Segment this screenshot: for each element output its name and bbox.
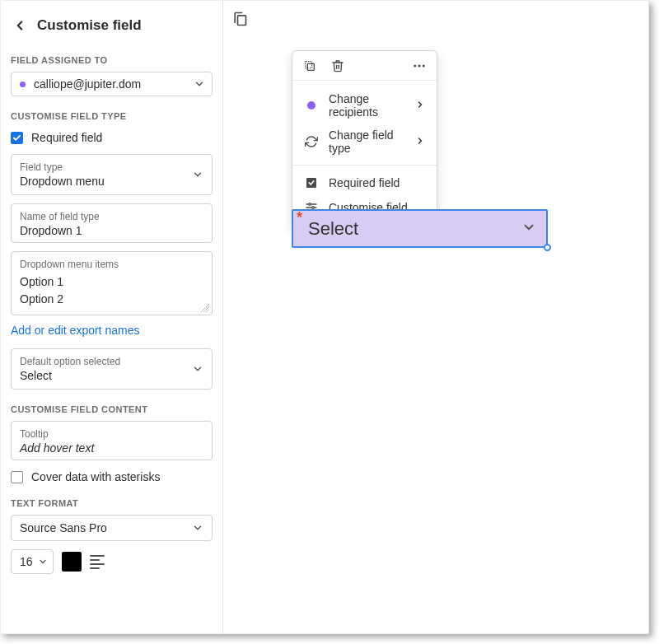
sidebar-title: Customise field [37, 17, 142, 34]
assignee-select[interactable]: calliope@jupiter.dom [11, 72, 213, 96]
section-text-format: TEXT FORMAT [11, 498, 213, 508]
font-color-swatch[interactable] [62, 552, 82, 572]
chevron-down-icon [192, 169, 203, 180]
section-customise-type: CUSTOMISE FIELD TYPE [11, 111, 213, 121]
field-type-label: Field type [20, 161, 192, 173]
field-name-value: Dropdown 1 [20, 224, 203, 237]
tooltip-label: Tooltip [20, 428, 203, 440]
svg-point-4 [423, 64, 425, 67]
recipient-dot-icon [307, 101, 315, 110]
document-canvas[interactable]: Change recipients Change field type [223, 1, 648, 633]
resize-handle[interactable] [544, 244, 551, 251]
font-size-select[interactable]: 16 [11, 549, 54, 574]
more-icon[interactable] [412, 58, 427, 73]
svg-point-9 [312, 207, 315, 209]
section-assigned-to: FIELD ASSIGNED TO [11, 55, 213, 65]
refresh-icon [304, 134, 319, 149]
resize-handle-icon[interactable] [201, 304, 209, 312]
menu-separator [292, 165, 437, 166]
dropdown-option: Option 1 [20, 273, 203, 291]
required-asterisk-icon: * [297, 209, 302, 226]
required-field-checkbox[interactable] [11, 132, 23, 144]
assignee-value: calliope@jupiter.dom [34, 77, 141, 91]
field-type-value: Dropdown menu [20, 175, 192, 188]
default-option-value: Select [20, 369, 192, 382]
chevron-left-icon [12, 18, 27, 33]
field-name-input[interactable]: Name of field type Dropdown 1 [11, 203, 213, 243]
trash-icon[interactable] [330, 58, 345, 73]
chevron-down-icon [38, 557, 48, 567]
section-customise-content: CUSTOMISE FIELD CONTENT [11, 404, 213, 414]
dropdown-field-instance[interactable]: * Select [292, 209, 548, 248]
chevron-right-icon [415, 99, 425, 112]
cover-asterisks-checkbox[interactable] [11, 471, 23, 483]
field-type-select[interactable]: Field type Dropdown menu [11, 154, 213, 195]
text-align-icon[interactable] [90, 553, 108, 571]
export-names-link[interactable]: Add or edit export names [11, 324, 213, 337]
menu-item-label: Change field type [329, 128, 405, 155]
checkbox-checked-icon [304, 175, 319, 190]
copy-icon[interactable] [231, 11, 250, 29]
svg-point-2 [414, 64, 416, 67]
chevron-down-icon [192, 522, 203, 534]
required-field-label: Required field [31, 131, 102, 144]
tooltip-placeholder: Add hover text [20, 441, 203, 455]
menu-change-field-type[interactable]: Change field type [292, 124, 437, 160]
menu-item-label: Required field [329, 176, 425, 189]
dropdown-items-textarea[interactable]: Dropdown menu items Option 1 Option 2 [11, 251, 213, 315]
menu-change-recipients[interactable]: Change recipients [292, 87, 437, 124]
customise-field-sidebar: Customise field FIELD ASSIGNED TO callio… [1, 1, 223, 633]
chevron-right-icon [415, 135, 425, 148]
default-option-label: Default option selected [20, 356, 192, 367]
svg-point-3 [418, 64, 421, 67]
cover-asterisks-label: Cover data with asterisks [31, 470, 160, 483]
font-family-value: Source Sans Pro [20, 521, 107, 534]
tooltip-input[interactable]: Tooltip Add hover text [11, 421, 213, 460]
dropdown-field-placeholder: Select [308, 218, 358, 240]
dropdown-option: Option 2 [20, 291, 203, 308]
font-size-value: 16 [20, 555, 33, 568]
default-option-select[interactable]: Default option selected Select [11, 348, 213, 390]
font-family-select[interactable]: Source Sans Pro [11, 515, 213, 541]
back-button[interactable] [11, 16, 29, 35]
field-name-label: Name of field type [20, 211, 203, 222]
menu-required-field[interactable]: Required field [292, 170, 437, 195]
chevron-down-icon [192, 363, 203, 375]
svg-rect-1 [306, 61, 312, 68]
field-context-panel: Change recipients Change field type [292, 50, 437, 229]
chevron-down-icon [194, 78, 205, 90]
menu-item-label: Change recipients [329, 92, 405, 119]
svg-point-7 [309, 203, 311, 206]
recipient-dot-icon [20, 82, 26, 87]
checkmark-icon [12, 133, 21, 142]
svg-rect-0 [307, 63, 314, 70]
chevron-down-icon [521, 220, 536, 237]
duplicate-icon[interactable] [302, 58, 317, 73]
dropdown-items-label: Dropdown menu items [20, 259, 203, 270]
